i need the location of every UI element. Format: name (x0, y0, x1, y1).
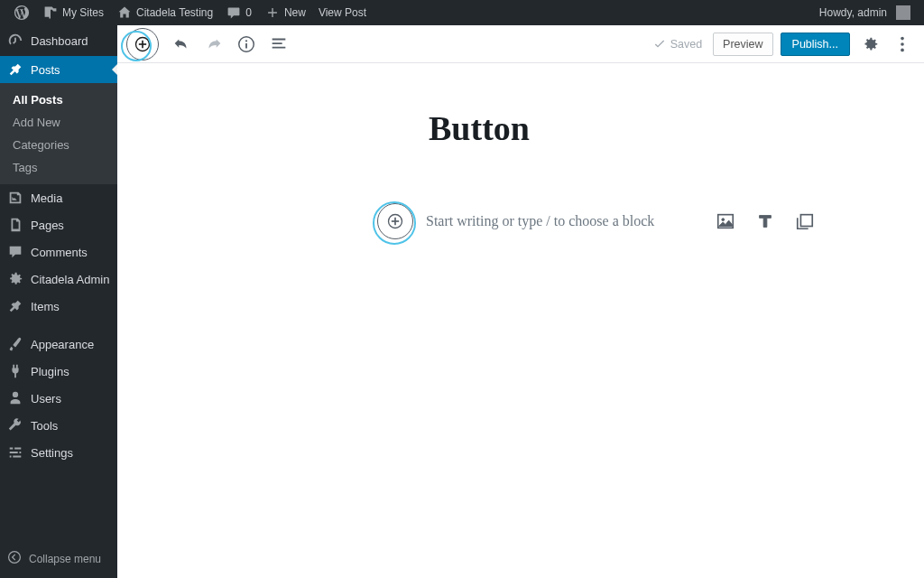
my-sites-link[interactable]: My Sites (36, 0, 110, 25)
menu-tools[interactable]: Tools (0, 412, 117, 439)
publish-button[interactable]: Publish... (781, 33, 850, 56)
quick-inserter (715, 210, 816, 232)
view-post-link[interactable]: View Post (312, 0, 373, 25)
insert-gallery-button[interactable] (794, 210, 816, 232)
comment-icon (226, 5, 242, 20)
menu-dashboard-label: Dashboard (31, 34, 88, 48)
new-content-link[interactable]: New (258, 0, 312, 25)
dashboard-icon (7, 33, 23, 49)
svg-point-5 (901, 42, 904, 46)
my-sites-label: My Sites (62, 6, 104, 19)
comments-icon (7, 244, 23, 260)
posts-submenu: All Posts Add New Categories Tags (0, 83, 117, 184)
account-link[interactable]: Howdy, admin (813, 5, 917, 20)
menu-items[interactable]: Items (0, 293, 117, 320)
site-title-label: Citadela Testing (136, 6, 213, 19)
menu-settings[interactable]: Settings (0, 439, 117, 466)
svg-point-0 (9, 552, 21, 564)
brush-icon (7, 336, 23, 352)
pin-icon (7, 298, 23, 314)
inline-add-block-button[interactable] (377, 203, 413, 239)
post-title[interactable]: Button (429, 108, 924, 148)
media-icon (7, 190, 23, 206)
howdy-label: Howdy, admin (819, 6, 887, 19)
block-placeholder-text: Start writing or type / to choose a bloc… (426, 213, 654, 229)
svg-point-6 (901, 48, 904, 51)
multisite-icon (42, 5, 59, 20)
menu-tools-label: Tools (31, 419, 58, 433)
insert-heading-button[interactable] (754, 210, 776, 232)
default-block-appender[interactable]: Start writing or type / to choose a bloc… (377, 206, 888, 237)
plug-icon (7, 363, 23, 379)
admin-menu: Dashboard Posts All Posts Add New Catego… (0, 25, 117, 578)
preview-button[interactable]: Preview (713, 33, 772, 56)
saved-label: Saved (670, 38, 702, 51)
wp-logo[interactable] (7, 0, 36, 25)
menu-citadela-label: Citadela Admin (31, 273, 109, 286)
svg-point-9 (722, 219, 725, 221)
wp-admin-bar: My Sites Citadela Testing 0 New View Pos… (0, 0, 924, 25)
menu-appearance[interactable]: Appearance (0, 331, 117, 358)
pages-icon (7, 217, 23, 233)
menu-separator (0, 320, 117, 331)
wrench-icon (7, 417, 23, 434)
comments-link[interactable]: 0 (219, 0, 258, 25)
submenu-tags[interactable]: Tags (0, 156, 117, 179)
menu-pages[interactable]: Pages (0, 211, 117, 238)
collapse-menu[interactable]: Collapse menu (0, 543, 117, 578)
plus-icon (264, 6, 281, 19)
settings-button[interactable] (857, 32, 882, 57)
menu-settings-label: Settings (31, 446, 73, 460)
menu-citadela-admin[interactable]: Citadela Admin (0, 266, 117, 293)
comments-count: 0 (245, 6, 252, 19)
editor-canvas: Button (117, 63, 924, 148)
more-options-button[interactable] (890, 32, 915, 57)
svg-point-3 (245, 40, 247, 42)
site-name-link[interactable]: Citadela Testing (110, 0, 219, 25)
block-editor: Saved Preview Publish... Button Start wr… (117, 25, 924, 578)
editor-toolbar: Saved Preview Publish... (117, 25, 924, 63)
add-block-button[interactable] (126, 28, 159, 61)
new-label: New (284, 6, 306, 19)
menu-pages-label: Pages (31, 219, 64, 232)
submenu-all-posts[interactable]: All Posts (0, 89, 117, 111)
menu-media[interactable]: Media (0, 184, 117, 211)
menu-items-label: Items (31, 300, 60, 313)
avatar (896, 5, 910, 20)
menu-users[interactable]: Users (0, 385, 117, 412)
pin-icon (7, 61, 23, 78)
outline-button[interactable] (263, 29, 294, 60)
menu-plugins-label: Plugins (31, 365, 69, 378)
info-button[interactable] (231, 29, 262, 60)
insert-image-button[interactable] (715, 210, 736, 232)
collapse-icon (7, 550, 22, 567)
menu-media-label: Media (31, 191, 62, 205)
menu-appearance-label: Appearance (31, 338, 94, 351)
submenu-categories[interactable]: Categories (0, 134, 117, 156)
view-post-label: View Post (319, 6, 366, 19)
menu-posts-label: Posts (31, 63, 60, 77)
menu-posts[interactable]: Posts (0, 56, 117, 83)
menu-dashboard[interactable]: Dashboard (0, 25, 117, 56)
svg-rect-10 (800, 215, 812, 227)
redo-button[interactable] (199, 29, 229, 60)
svg-point-4 (901, 36, 904, 40)
save-status: Saved (652, 37, 702, 51)
sliders-icon (7, 444, 23, 461)
gear-icon (7, 271, 23, 287)
home-icon (116, 5, 133, 20)
user-icon (7, 390, 23, 406)
menu-comments[interactable]: Comments (0, 238, 117, 266)
collapse-label: Collapse menu (29, 553, 101, 565)
submenu-add-new[interactable]: Add New (0, 111, 117, 134)
wordpress-icon (14, 5, 30, 21)
menu-comments-label: Comments (31, 246, 88, 259)
menu-users-label: Users (31, 392, 61, 406)
menu-plugins[interactable]: Plugins (0, 358, 117, 385)
undo-button[interactable] (166, 29, 197, 60)
